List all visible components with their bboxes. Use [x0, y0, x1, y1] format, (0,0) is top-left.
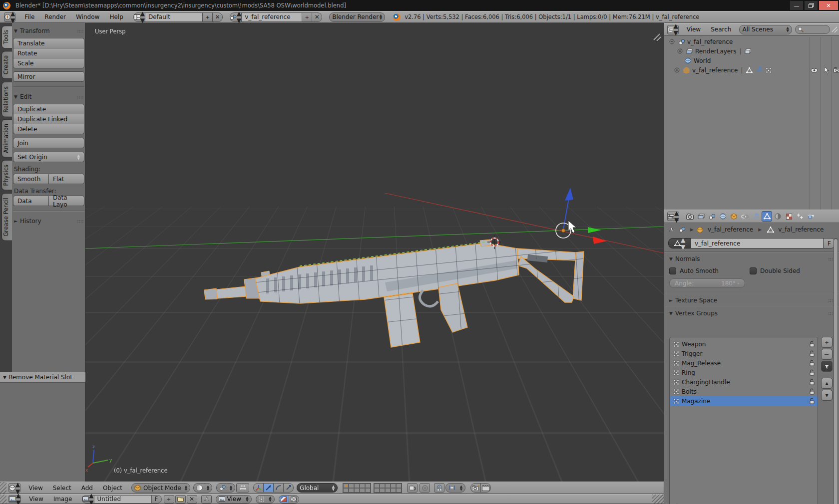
vertex-group-add-button[interactable]: ＋	[821, 337, 833, 348]
menu-help[interactable]: Help	[104, 13, 128, 20]
data-transfer-layout-button[interactable]: Data Layo	[48, 196, 84, 206]
lock-open-icon[interactable]	[809, 341, 815, 347]
viewport-shading-select[interactable]: ▲▼	[193, 483, 212, 493]
tab-constraints[interactable]	[740, 211, 750, 222]
mesh-name-value[interactable]: v_fal_reference	[691, 238, 824, 249]
panel-header-normals[interactable]: ▼ Normals	[664, 253, 839, 264]
set-origin-menu[interactable]: Set Origin ▲▼	[13, 152, 84, 162]
manipulator-toggle[interactable]	[253, 483, 264, 493]
editor-type-3dview-button[interactable]: ▲▼	[8, 483, 20, 493]
tab-object-data[interactable]	[762, 211, 772, 222]
lock-open-icon[interactable]	[809, 388, 815, 395]
renderability-camera-icon[interactable]	[833, 67, 839, 73]
shade-flat-button[interactable]: Flat	[48, 174, 84, 184]
visibility-eye-icon[interactable]	[811, 67, 818, 73]
viewport-3d[interactable]: z y x User Persp (0) v_fal_reference	[85, 23, 664, 482]
collapse-icon[interactable]	[668, 38, 676, 45]
tab-render-layers[interactable]	[696, 211, 706, 222]
vertex-group-row[interactable]: Bolts	[670, 387, 818, 396]
join-button[interactable]: Join	[13, 138, 84, 148]
vertex-group-specials-button[interactable]	[821, 361, 833, 372]
area-corner-widget[interactable]	[654, 34, 661, 41]
lock-open-icon[interactable]	[809, 369, 815, 376]
rotate-button[interactable]: Rotate	[13, 48, 84, 58]
properties-scrollbar[interactable]	[834, 238, 838, 504]
outliner-row-scene[interactable]: v_fal_reference	[664, 37, 839, 46]
image-view-mode-select[interactable]: View ▲▼	[216, 495, 252, 504]
outliner-row-object[interactable]: v_fal_reference |	[664, 65, 839, 75]
image-browse-button[interactable]: ▲▼	[82, 495, 94, 504]
view3d-menu-select[interactable]: Select	[48, 485, 76, 492]
draw-channels-alpha-toggle[interactable]	[289, 495, 299, 504]
translate-button[interactable]: Translate	[13, 38, 84, 48]
manipulator-y-arrowhead[interactable]	[588, 227, 601, 233]
tab-grease-pencil[interactable]: Grease Pencil	[1, 193, 12, 241]
panel-drag-handle[interactable]	[77, 95, 83, 99]
outliner-menu-view[interactable]: View	[682, 26, 706, 33]
tab-render[interactable]	[685, 211, 695, 222]
area-corner-widget[interactable]	[652, 495, 664, 504]
vertex-group-row[interactable]: ChargingHandle	[670, 377, 818, 387]
outliner-row-world[interactable]: World	[664, 56, 839, 65]
tab-modifiers[interactable]	[751, 211, 761, 222]
tab-material[interactable]	[773, 211, 783, 222]
breadcrumb-data[interactable]: v_fal_reference	[778, 226, 824, 233]
panel-header-edit[interactable]: ▼ Edit	[13, 92, 84, 102]
expand-icon[interactable]	[673, 67, 681, 73]
vertex-group-row[interactable]: Ring	[670, 368, 818, 377]
tab-particles[interactable]	[795, 211, 805, 222]
image-name-field[interactable]: Untitled	[94, 495, 152, 504]
panel-header-history[interactable]: ► History	[13, 216, 84, 226]
panel-drag-handle[interactable]	[77, 29, 83, 33]
area-corner-widget[interactable]	[830, 26, 838, 33]
scale-button[interactable]: Scale	[13, 58, 84, 68]
opengl-render-anim-button[interactable]	[480, 483, 491, 493]
layers-group-2[interactable]	[374, 483, 402, 493]
tab-tools[interactable]: Tools	[1, 25, 12, 48]
tab-animation[interactable]: Animation	[1, 119, 12, 158]
image-menu-image[interactable]: Image	[48, 496, 77, 503]
screen-layout-name[interactable]: Default	[145, 12, 203, 22]
lock-open-icon[interactable]	[809, 360, 815, 366]
tab-texture[interactable]	[784, 211, 794, 222]
panel-header-transform[interactable]: ▼ Transform	[13, 26, 84, 36]
tab-object[interactable]	[729, 211, 739, 222]
image-menu-view[interactable]: View	[24, 496, 48, 503]
auto-smooth-checkbox[interactable]	[669, 267, 676, 274]
vertex-group-row-selected[interactable]: Magazine	[670, 396, 818, 406]
delete-button[interactable]: Delete	[13, 124, 84, 134]
editor-type-properties-button[interactable]: ▲▼	[667, 212, 679, 221]
pivot-point-select[interactable]: ▲▼	[216, 483, 235, 493]
editor-type-info-button[interactable]: i ▲▼	[4, 12, 15, 22]
vertex-group-move-down-button[interactable]: ▼	[821, 390, 833, 401]
editor-type-outliner-button[interactable]: ▲▼	[667, 25, 679, 34]
screen-layout-delete-button[interactable]: ✕	[212, 12, 223, 22]
draw-channels-color-toggle[interactable]	[279, 495, 289, 504]
area-corner-widget[interactable]	[0, 482, 6, 494]
panel-drag-handle[interactable]	[77, 220, 83, 223]
lock-open-icon[interactable]	[809, 379, 815, 385]
shade-smooth-button[interactable]: Smooth	[13, 174, 49, 184]
vertex-group-row[interactable]: Mag_Release	[670, 358, 818, 368]
scene-name[interactable]: v_fal_reference	[241, 12, 302, 22]
image-fake-user-button[interactable]: F	[151, 495, 162, 504]
double-sided-checkbox[interactable]	[750, 267, 757, 274]
model-rifle[interactable]	[204, 238, 585, 357]
pivot-align-toggle[interactable]	[236, 483, 249, 493]
view3d-menu-object[interactable]: Object	[98, 485, 127, 492]
lock-open-icon[interactable]	[809, 398, 815, 404]
image-new-button[interactable]: ＋	[164, 495, 174, 504]
screen-layout-add-button[interactable]: ＋	[202, 12, 213, 22]
scene-add-button[interactable]: ＋	[302, 12, 312, 22]
mesh-datablock-browse[interactable]: ▲▼	[668, 238, 691, 249]
image-open-button[interactable]	[175, 495, 186, 504]
expand-icon[interactable]	[676, 48, 684, 54]
close-button[interactable]: ✕	[819, 1, 838, 10]
vertex-group-move-up-button[interactable]: ▲	[821, 378, 833, 389]
mesh-name-field[interactable]: ▲▼ v_fal_reference F	[668, 238, 836, 249]
tab-relations[interactable]: Relations	[1, 82, 12, 117]
restore-button[interactable]	[805, 1, 818, 10]
tab-world[interactable]	[718, 211, 728, 222]
duplicate-button[interactable]: Duplicate	[13, 104, 84, 114]
operator-redo-panel[interactable]: ▼ Remove Material Slot	[0, 372, 85, 383]
